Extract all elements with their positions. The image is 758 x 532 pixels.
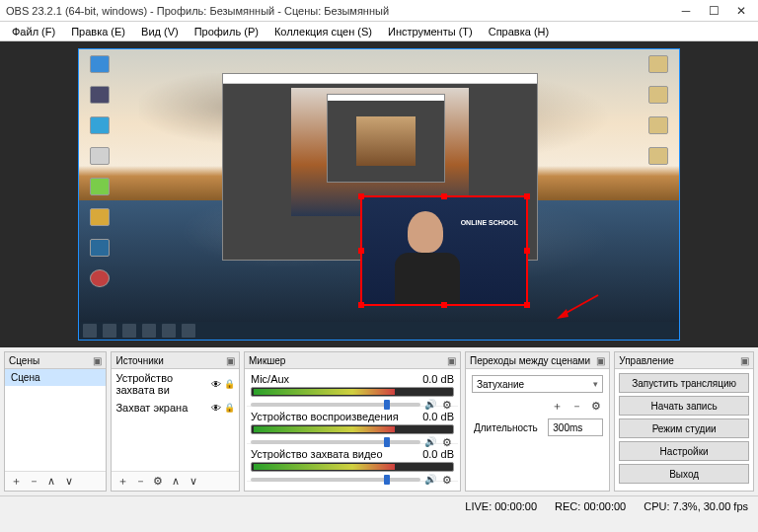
window-buttons: ─ ☐ ✕: [679, 4, 748, 18]
source-item[interactable]: Захват экрана👁🔒: [112, 399, 239, 417]
up-icon[interactable]: ∧: [169, 475, 183, 489]
mixer-channel: Mic/Aux0.0 dB 🔊⚙: [247, 371, 458, 407]
menu-edit[interactable]: Правка (E): [63, 24, 133, 39]
resize-handle[interactable]: [441, 302, 447, 308]
resize-handle[interactable]: [358, 248, 364, 254]
sources-title: Источники: [115, 355, 226, 366]
start-recording-button[interactable]: Начать запись: [619, 396, 749, 416]
visibility-icon[interactable]: 👁: [211, 403, 221, 414]
controls-title: Управление: [619, 355, 740, 366]
titlebar: OBS 23.2.1 (64-bit, windows) - Профиль: …: [0, 0, 758, 22]
dock-popout-icon[interactable]: ▣: [740, 355, 749, 366]
menu-file[interactable]: Файл (F): [4, 24, 63, 39]
dock-popout-icon[interactable]: ▣: [93, 355, 102, 366]
gear-icon[interactable]: ⚙: [589, 399, 603, 413]
settings-button[interactable]: Настройки: [619, 441, 749, 461]
desktop-icons-left: [85, 55, 114, 297]
status-cpu: CPU: 7.3%, 30.00 fps: [644, 500, 748, 512]
webcam-bg-text: ONLINE SCHOOL: [461, 217, 518, 228]
gear-icon[interactable]: ⚙: [442, 474, 454, 486]
resize-handle[interactable]: [358, 302, 364, 308]
close-icon[interactable]: ✕: [734, 4, 748, 18]
gear-icon[interactable]: ⚙: [151, 475, 165, 489]
svg-line-0: [563, 295, 598, 315]
start-streaming-button[interactable]: Запустить трансляцию: [619, 373, 749, 393]
menu-scenes[interactable]: Коллекция сцен (S): [266, 24, 380, 39]
lock-icon[interactable]: 🔒: [224, 379, 235, 389]
resize-handle[interactable]: [358, 193, 364, 199]
desktop-icons-right: [644, 55, 673, 175]
scenes-list[interactable]: Сцена: [5, 369, 106, 471]
down-icon[interactable]: ∨: [187, 475, 200, 489]
remove-icon[interactable]: －: [27, 475, 40, 489]
scenes-dock: Сцены▣ Сцена ＋ － ∧ ∨: [4, 351, 107, 492]
resize-handle[interactable]: [524, 302, 530, 308]
resize-handle[interactable]: [524, 193, 530, 199]
menu-tools[interactable]: Инструменты (T): [380, 24, 481, 39]
webcam-source-selected[interactable]: ONLINE SCHOOL: [360, 195, 528, 306]
transitions-title: Переходы между сценами: [470, 355, 596, 366]
dock-popout-icon[interactable]: ▣: [226, 355, 235, 366]
sources-dock: Источники▣ Устройство захвата ви👁🔒 Захва…: [111, 351, 240, 492]
down-icon[interactable]: ∨: [62, 475, 76, 489]
add-icon[interactable]: ＋: [115, 475, 129, 489]
volume-slider[interactable]: [251, 478, 420, 482]
audio-meter: [251, 462, 454, 472]
remove-icon[interactable]: －: [133, 475, 147, 489]
dock-popout-icon[interactable]: ▣: [596, 355, 605, 366]
duration-input[interactable]: 300ms: [548, 418, 603, 436]
dock-popout-icon[interactable]: ▣: [447, 355, 456, 366]
mixer-dock: Микшер▣ Mic/Aux0.0 dB 🔊⚙ Устройство восп…: [244, 351, 461, 492]
speaker-icon[interactable]: 🔊: [424, 474, 438, 486]
preview-canvas[interactable]: ONLINE SCHOOL: [78, 48, 680, 341]
statusbar: LIVE: 00:00:00 REC: 00:00:00 CPU: 7.3%, …: [0, 495, 758, 515]
audio-meter: [251, 424, 454, 434]
minimize-icon[interactable]: ─: [679, 4, 693, 18]
volume-slider[interactable]: [251, 440, 420, 444]
mixer-channel: Устройство воспроизведения0.0 dB 🔊⚙: [247, 409, 458, 444]
exit-button[interactable]: Выход: [619, 464, 749, 484]
menu-profile[interactable]: Профиль (P): [187, 24, 266, 39]
sources-list[interactable]: Устройство захвата ви👁🔒 Захват экрана👁🔒: [112, 369, 239, 471]
menu-help[interactable]: Справка (H): [481, 24, 557, 39]
audio-meter: [251, 387, 454, 397]
status-rec: REC: 00:00:00: [555, 500, 626, 512]
add-icon[interactable]: ＋: [9, 475, 23, 489]
menu-view[interactable]: Вид (V): [133, 24, 187, 39]
volume-slider[interactable]: [251, 403, 420, 407]
add-icon[interactable]: ＋: [550, 399, 564, 413]
mixer-list: Mic/Aux0.0 dB 🔊⚙ Устройство воспроизведе…: [245, 369, 460, 491]
transition-select[interactable]: Затухание: [472, 375, 603, 393]
lock-icon[interactable]: 🔒: [224, 403, 235, 413]
scenes-title: Сцены: [9, 355, 93, 366]
status-live: LIVE: 00:00:00: [465, 500, 537, 512]
annotation-arrow: [553, 291, 602, 321]
controls-dock: Управление▣ Запустить трансляцию Начать …: [614, 351, 754, 492]
up-icon[interactable]: ∧: [44, 475, 58, 489]
duration-label: Длительность: [474, 422, 538, 433]
remove-icon[interactable]: －: [569, 399, 583, 413]
menubar: Файл (F) Правка (E) Вид (V) Профиль (P) …: [0, 22, 758, 41]
desktop-taskbar: [79, 322, 679, 340]
mixer-title: Микшер: [249, 355, 447, 366]
resize-handle[interactable]: [441, 193, 447, 199]
scene-item[interactable]: Сцена: [5, 369, 106, 386]
studio-mode-button[interactable]: Режим студии: [619, 418, 749, 438]
transitions-dock: Переходы между сценами▣ Затухание ＋ － ⚙ …: [465, 351, 610, 492]
resize-handle[interactable]: [524, 248, 530, 254]
svg-marker-1: [557, 309, 568, 319]
visibility-icon[interactable]: 👁: [211, 379, 221, 390]
docks-row: Сцены▣ Сцена ＋ － ∧ ∨ Источники▣ Устройст…: [0, 347, 758, 495]
source-item[interactable]: Устройство захвата ви👁🔒: [112, 369, 239, 399]
window-title: OBS 23.2.1 (64-bit, windows) - Профиль: …: [6, 5, 679, 17]
preview-area: ONLINE SCHOOL: [0, 41, 758, 347]
mixer-channel: Устройство захвата видео0.0 dB 🔊⚙: [247, 446, 458, 482]
maximize-icon[interactable]: ☐: [707, 4, 720, 18]
